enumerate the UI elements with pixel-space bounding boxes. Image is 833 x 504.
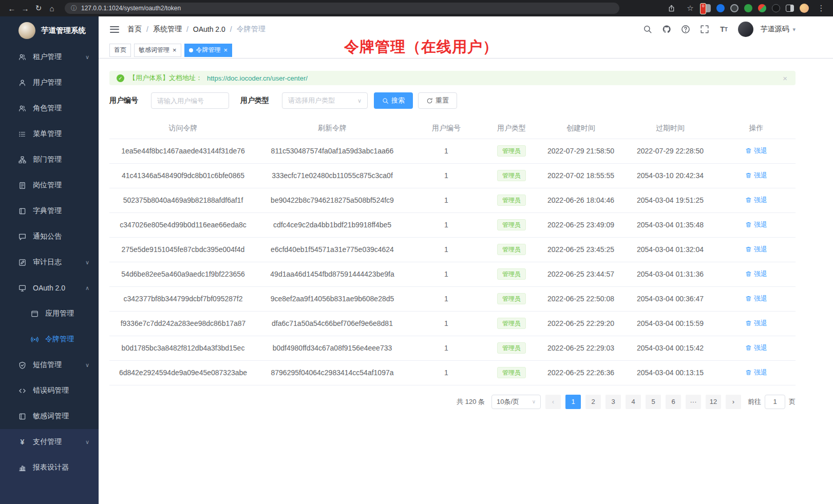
tab-sensitive-word[interactable]: 敏感词管理 × xyxy=(134,44,181,57)
extension-badged-icon[interactable]: 0 xyxy=(703,4,711,12)
extensions-puzzle-icon[interactable] xyxy=(758,4,766,12)
share-icon[interactable] xyxy=(665,2,678,15)
browser-menu-icon[interactable]: ⋮ xyxy=(815,2,828,15)
browser-profile-avatar[interactable] xyxy=(800,4,809,13)
created-time-cell: 2022-07-29 21:58:50 xyxy=(538,139,623,163)
alert-close-icon[interactable]: × xyxy=(783,74,787,83)
breadcrumb-oauth[interactable]: OAuth 2.0 xyxy=(193,25,225,33)
refresh-icon xyxy=(426,98,433,104)
sidebar-item-dept[interactable]: 部门管理 xyxy=(0,147,99,172)
close-icon[interactable]: × xyxy=(224,47,228,53)
reset-button[interactable]: 重置 xyxy=(418,92,457,109)
breadcrumb-system[interactable]: 系统管理 xyxy=(153,25,182,34)
tab-home[interactable]: 首页 xyxy=(109,44,131,57)
extension-dark-icon[interactable] xyxy=(730,4,739,12)
access-token-cell: 54d6be82ee5a460a9aedc1f9bf223656 xyxy=(109,262,257,286)
search-button[interactable]: 搜索 xyxy=(374,92,413,109)
sidebar-item-report-designer[interactable]: 报表设计器 xyxy=(0,455,99,480)
back-button[interactable]: ← xyxy=(5,2,18,15)
user-name[interactable]: 芋道源码 xyxy=(760,25,789,34)
trash-icon xyxy=(745,344,752,351)
force-logout-button[interactable]: 强退 xyxy=(745,196,767,205)
next-page-button[interactable]: › xyxy=(726,395,741,409)
sidebar-item-sensitive-word[interactable]: 敏感词管理 xyxy=(0,403,99,429)
page-button-3[interactable]: 3 xyxy=(605,395,621,409)
search-icon[interactable] xyxy=(640,22,655,37)
sidebar-item-notice[interactable]: 通知公告 xyxy=(0,224,99,249)
address-bar[interactable]: ⓘ 127.0.0.1:1024/system/oauth2/token xyxy=(65,3,619,14)
extension-green-icon[interactable] xyxy=(744,4,752,12)
github-icon[interactable] xyxy=(659,22,674,37)
sidebar-item-menu[interactable]: 菜单管理 xyxy=(0,121,99,147)
user-id-input[interactable] xyxy=(157,97,223,105)
col-expire-time: 过期时间 xyxy=(623,118,717,139)
font-size-icon[interactable]: TT xyxy=(716,22,731,37)
sidebar-item-oauth[interactable]: OAuth 2.0 ∧ xyxy=(0,275,99,301)
more-pages-button[interactable]: ··· xyxy=(686,395,701,409)
user-avatar[interactable] xyxy=(738,22,753,37)
sidebar-item-tenant[interactable]: 租户管理 ∨ xyxy=(0,44,99,70)
breadcrumb-home[interactable]: 首页 xyxy=(127,25,142,34)
sidebar-item-payment[interactable]: ¥ 支付管理 ∨ xyxy=(0,429,99,455)
created-time-cell: 2022-06-26 18:04:46 xyxy=(538,188,623,212)
prev-page-button[interactable]: ‹ xyxy=(545,395,561,409)
sidebar-item-post[interactable]: 岗位管理 xyxy=(0,172,99,198)
user-menu-caret-icon[interactable]: ▾ xyxy=(792,26,796,33)
forward-button[interactable]: → xyxy=(18,2,32,15)
doc-link[interactable]: https://doc.iocoder.cn/user-center/ xyxy=(207,74,308,82)
force-logout-button[interactable]: 强退 xyxy=(745,269,767,279)
refresh-token-cell: 9ce8ef2aa9f14056b831ae9b608e28d5 xyxy=(257,286,408,311)
sidebar-item-dict[interactable]: 字典管理 xyxy=(0,198,99,224)
sidebar-item-audit-log[interactable]: 审计日志 ∨ xyxy=(0,249,99,275)
force-logout-button[interactable]: 强退 xyxy=(745,343,767,353)
sidebar-item-user[interactable]: 用户管理 xyxy=(0,70,99,95)
sidebar-item-oauth-token[interactable]: 令牌管理 xyxy=(0,326,99,352)
trash-icon xyxy=(745,270,752,277)
sidebar: 芋道管理系统 租户管理 ∨ 用户管理 角色管理 菜单管理 部门管理 xyxy=(0,16,99,504)
sidebar-item-label: 敏感词管理 xyxy=(33,412,89,421)
extension-dark2-icon[interactable] xyxy=(772,4,780,12)
sidebar-item-error-code[interactable]: 错误码管理 xyxy=(0,378,99,403)
force-logout-button[interactable]: 强退 xyxy=(745,171,767,180)
table-row: 1ea5e44f8bc1467aaede43144f31de76 811c530… xyxy=(109,139,796,163)
refresh-token-cell: 333ecfc71e02480cb11055c875c3ca0f xyxy=(257,163,408,188)
site-info-icon[interactable]: ⓘ xyxy=(71,4,77,13)
sidebar-item-oauth-app[interactable]: 应用管理 xyxy=(0,301,99,326)
chevron-down-icon: ∨ xyxy=(532,399,536,404)
force-logout-label: 强退 xyxy=(754,368,767,377)
user-id-cell: 1 xyxy=(408,212,485,237)
close-icon[interactable]: × xyxy=(173,47,177,53)
help-icon[interactable] xyxy=(678,22,693,37)
app-logo[interactable]: 芋道管理系统 xyxy=(0,16,99,44)
action-cell: 强退 xyxy=(717,311,796,336)
tab-token[interactable]: 令牌管理 × xyxy=(184,44,233,57)
page-size-select[interactable]: 10条/页 ∨ xyxy=(491,395,541,409)
force-logout-button[interactable]: 强退 xyxy=(745,245,767,254)
force-logout-button[interactable]: 强退 xyxy=(745,368,767,377)
extension-badge: 0 xyxy=(700,3,706,14)
fullscreen-icon[interactable] xyxy=(697,22,712,37)
goto-page-input[interactable] xyxy=(765,395,785,409)
bookmark-star-icon[interactable]: ☆ xyxy=(684,2,697,15)
sidebar-item-role[interactable]: 角色管理 xyxy=(0,95,99,121)
force-logout-button[interactable]: 强退 xyxy=(745,146,767,156)
user-type-select[interactable]: 请选择用户类型 ∨ xyxy=(282,92,368,109)
force-logout-button[interactable]: 强退 xyxy=(745,319,767,328)
user-type-badge: 管理员 xyxy=(497,219,526,230)
page-button-12[interactable]: 12 xyxy=(706,395,721,409)
page-button-2[interactable]: 2 xyxy=(585,395,601,409)
page-button-4[interactable]: 4 xyxy=(626,395,641,409)
page-content: ✓ 【用户体系】文档地址： https://doc.iocoder.cn/use… xyxy=(99,59,833,504)
chevron-down-icon: ∨ xyxy=(85,54,89,61)
menu-fold-icon[interactable] xyxy=(110,26,119,33)
page-button-6[interactable]: 6 xyxy=(666,395,681,409)
split-screen-icon[interactable] xyxy=(786,5,794,12)
force-logout-button[interactable]: 强退 xyxy=(745,294,767,303)
page-button-1[interactable]: 1 xyxy=(565,395,581,409)
force-logout-button[interactable]: 强退 xyxy=(745,220,767,229)
reload-button[interactable]: ↻ xyxy=(32,2,45,15)
extension-blue-icon[interactable] xyxy=(716,4,725,12)
page-button-5[interactable]: 5 xyxy=(646,395,661,409)
home-button[interactable]: ⌂ xyxy=(45,2,59,15)
sidebar-item-sms[interactable]: 短信管理 ∨ xyxy=(0,352,99,378)
